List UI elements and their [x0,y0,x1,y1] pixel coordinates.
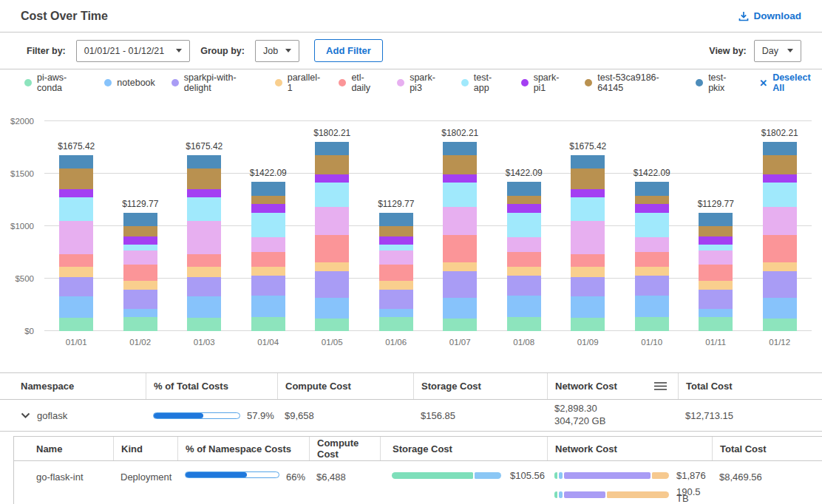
legend-dot [339,79,346,86]
col-header-compute[interactable]: Compute Cost [309,437,380,460]
network-usage-bar [554,491,669,498]
table-row-goflask[interactable]: goflask 57.9% $9,658 $156.85 $2,898.30 3… [0,400,822,432]
chart-bar-01/08[interactable]: $1422.09 [492,121,557,331]
bar-total-label: $1422.09 [506,168,543,178]
bar-segment-test-app [571,197,605,221]
chart-bar-01/06[interactable]: $1129.77 [364,121,429,331]
col-header-network[interactable]: Network Cost [547,373,678,399]
x-axis-tick-label: 01/09 [556,338,620,350]
bar-segment-test-pkix [635,182,669,196]
pct-of-total-cell: 57.9% [146,400,277,431]
bar-segment-test-pkix [443,142,477,155]
legend-label: etl-daily [351,72,381,93]
bar-segment-spark-pi1 [251,204,285,213]
download-button[interactable]: Download [738,10,802,21]
column-menu-icon[interactable] [653,381,668,391]
x-axis-tick-label: 01/02 [109,338,173,350]
legend-dot [696,79,703,86]
bar-segment-parallel-1 [379,281,413,290]
col-header-compute[interactable]: Compute Cost [277,373,413,399]
legend-item-test-pkix[interactable]: test-pkix [696,72,740,93]
legend-item-etl-daily[interactable]: etl-daily [339,72,381,93]
chart-bar-01/12[interactable]: $1802.21 [748,121,812,331]
bar-total-label: $1422.09 [634,168,670,178]
bar-segment-sparkpi-with-delight [379,290,413,309]
col-header-pct-total[interactable]: % of Total Costs [146,373,277,399]
add-filter-button[interactable]: Add Filter [314,39,383,62]
bar-segment-sparkpi-with-delight [571,277,605,297]
bar-segment-test-53ca9186-64145 [315,155,349,174]
bar-segment-pi-aws-conda [443,319,477,331]
chevron-down-icon[interactable] [21,412,30,419]
bar-segment-pi-aws-conda [315,319,349,331]
bar-segment-pi-aws-conda [699,317,733,331]
bar-segment-test-app [123,245,157,251]
network-cost-value: $1,876 [676,471,706,479]
col-header-total[interactable]: Total Cost [678,373,810,399]
bar-segment-notebook [59,296,93,318]
bar-segment [559,472,563,479]
bar-segment-notebook [251,296,285,317]
pct-of-namespace-cell: 66% [177,461,309,504]
download-label: Download [754,10,802,21]
chart-plot-area: $0$500$1000$1500$2000$1675.42$1129.77$16… [44,121,812,331]
date-range-select[interactable]: 01/01/21 - 01/12/21 [76,40,190,62]
chart-bar-01/01[interactable]: $1675.42 [44,121,109,331]
chart-bar-01/11[interactable]: $1129.77 [684,121,748,331]
cost-over-time-panel: Cost Over Time Download Filter by: 01/01… [0,0,822,504]
col-header-name[interactable]: Name [14,437,113,460]
bar-segment-test-pkix [187,155,221,168]
bar-stack [379,213,413,331]
bar-segment [652,472,669,479]
col-header-storage[interactable]: Storage Cost [413,373,547,399]
bar-segment-notebook [315,298,349,319]
namespace-cost-table: Namespace % of Total Costs Compute Cost … [0,372,822,504]
x-axis-tick-label: 01/04 [237,338,301,350]
bar-segment-etl-daily [59,254,93,267]
col-header-namespace[interactable]: Namespace [12,373,146,399]
chevron-down-icon [176,49,182,52]
x-axis-tick-label: 01/08 [492,338,557,350]
bar-segment-spark-pi1 [379,236,413,245]
bar-segment-spark-pi1 [59,189,93,197]
bar-segment-test-pkix [699,213,733,226]
chart-bar-01/02[interactable]: $1129.77 [109,121,173,331]
legend-item-sparkpi-with-delight[interactable]: sparkpi-with-delight [171,72,259,93]
pct-namespace-value: 66% [286,471,305,483]
chart-bar-01/05[interactable]: $1802.21 [300,121,364,331]
bar-segment-sparkpi-with-delight [187,277,221,297]
group-by-select[interactable]: Job [255,40,299,62]
deselect-all-button[interactable]: ✕ Deselect All [759,72,822,93]
namespace-cell[interactable]: goflask [12,400,146,431]
col-header-storage[interactable]: Storage Cost [380,437,547,460]
bar-segment-etl-daily [251,252,285,267]
legend-item-notebook[interactable]: notebook [104,78,154,88]
y-axis-tick-label: $500 [0,274,34,283]
bar-segment-sparkpi-with-delight [507,276,541,296]
table-row-go-flask-int[interactable]: go-flask-int Deployment 66% $6,488 $105.… [14,461,822,504]
col-header-kind[interactable]: Kind [113,437,177,460]
bar-segment-parallel-1 [59,267,93,277]
legend-item-test-app[interactable]: test-app [461,72,505,93]
bar-stack [635,182,669,331]
x-axis-tick-label: 01/05 [300,338,364,350]
col-header-pct-namespace[interactable]: % of Namespace Costs [177,437,309,460]
chart-bar-01/10[interactable]: $1422.09 [620,121,685,331]
legend-item-spark-pi1[interactable]: spark-pi1 [521,72,569,93]
legend-item-spark-pi3[interactable]: spark-pi3 [397,72,445,93]
bar-stack [763,142,797,331]
legend-item-pi-aws-conda[interactable]: pi-aws-conda [24,72,88,93]
chart-bar-01/03[interactable]: $1675.42 [172,121,237,331]
col-header-total[interactable]: Total Cost [712,437,822,460]
bar-segment [475,472,501,479]
legend-item-parallel-1[interactable]: parallel-1 [275,72,323,93]
view-by-select[interactable]: Day [754,40,801,62]
col-header-network[interactable]: Network Cost [547,437,712,460]
chart-bar-01/09[interactable]: $1675.42 [556,121,620,331]
chart-bar-01/04[interactable]: $1422.09 [237,121,301,331]
kind-cell: Deployment [113,461,177,504]
chart-bar-01/07[interactable]: $1802.21 [428,121,492,331]
legend-item-test-53ca9186-64145[interactable]: test-53ca9186-64145 [585,72,679,93]
bar-segment-test-53ca9186-64145 [251,196,285,205]
bar-segment-test-app [699,245,733,251]
